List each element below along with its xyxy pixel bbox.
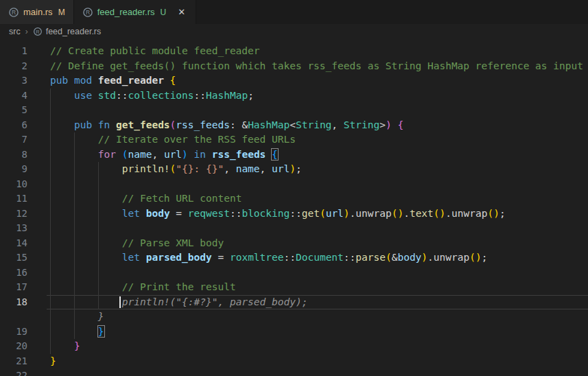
indent-guide: [98, 221, 99, 236]
code-text: }: [50, 339, 80, 354]
code-line-19[interactable]: 19 }: [0, 325, 588, 340]
code-line-20[interactable]: 20 }: [0, 339, 588, 354]
line-number[interactable]: 16: [0, 266, 27, 281]
code-text: let body = reqwest::blocking::get(url).u…: [50, 207, 506, 222]
line-number[interactable]: 21: [0, 354, 27, 369]
line-number[interactable]: 13: [0, 221, 27, 236]
indent-guide: [74, 266, 75, 281]
vscode-window: Rmain.rsMRfeed_reader.rsU✕ src › R feed_…: [0, 0, 588, 376]
code-line-4[interactable]: 4 use std::collections::HashMap;: [0, 89, 588, 104]
code-line-15[interactable]: 15 let parsed_body = roxmltree::Document…: [0, 250, 588, 266]
line-number[interactable]: 4: [0, 89, 27, 104]
code-line-5[interactable]: 5: [0, 103, 588, 118]
tab-label: feed_reader.rs: [97, 7, 155, 17]
code-line-18[interactable]: 18 println!("{:#?}", parsed_body);: [0, 295, 588, 310]
code-editor[interactable]: 1// Create public module feed_reader2// …: [0, 39, 588, 376]
code-line-8[interactable]: 8 for (name, url) in rss_feeds {: [0, 148, 588, 163]
tab-bar-empty-space: [196, 0, 588, 24]
code-line-1[interactable]: 1// Create public module feed_reader: [0, 44, 588, 59]
tab-feed_reader-rs[interactable]: Rfeed_reader.rsU✕: [74, 0, 196, 24]
line-number[interactable]: 17: [0, 280, 27, 295]
code-line-16[interactable]: 16: [0, 266, 588, 281]
svg-text:R: R: [86, 9, 90, 16]
code-line-17[interactable]: 17 // Print the result: [0, 280, 588, 295]
code-text: let parsed_body = roxmltree::Document::p…: [50, 250, 487, 266]
line-number[interactable]: 9: [0, 162, 27, 177]
indent-guide: [98, 177, 99, 192]
code-text: println!("{}: {}", name, url);: [50, 162, 302, 177]
chevron-right-icon: ›: [25, 27, 28, 36]
line-number[interactable]: 12: [0, 207, 27, 222]
git-status-badge: M: [58, 8, 65, 17]
ghost-suggestion-line[interactable]: }: [0, 309, 588, 325]
git-status-badge: U: [160, 8, 166, 17]
indent-guide: [98, 266, 99, 281]
code-line-11[interactable]: 11 // Fetch URL content: [0, 191, 588, 207]
code-text: }: [50, 325, 104, 340]
code-line-9[interactable]: 9 println!("{}: {}", name, url);: [0, 162, 588, 177]
code-line-22[interactable]: 22: [0, 368, 588, 376]
breadcrumb-folder[interactable]: src: [9, 27, 21, 36]
svg-text:R: R: [36, 29, 40, 35]
code-line-3[interactable]: 3pub mod feed_reader {: [0, 73, 588, 89]
line-number[interactable]: 7: [0, 132, 27, 148]
breadcrumb: src › R feed_reader.rs: [0, 24, 588, 39]
close-icon[interactable]: ✕: [176, 6, 187, 18]
code-text: for (name, url) in rss_feeds {: [50, 148, 278, 163]
indent-guide: [50, 221, 51, 236]
line-number[interactable]: 20: [0, 339, 27, 354]
code-line-21[interactable]: 21}: [0, 354, 588, 369]
code-text: println!("{:#?}", parsed_body);: [50, 295, 307, 310]
code-text: pub mod feed_reader {: [50, 73, 176, 89]
line-number[interactable]: 18: [0, 295, 27, 310]
code-line-10[interactable]: 10: [0, 177, 588, 192]
code-line-13[interactable]: 13: [0, 221, 588, 236]
line-number[interactable]: 6: [0, 118, 27, 133]
line-number[interactable]: 5: [0, 103, 27, 118]
code-line-12[interactable]: 12 let body = reqwest::blocking::get(url…: [0, 207, 588, 222]
code-line-7[interactable]: 7 // Iterate over the RSS feed URLs: [0, 132, 588, 148]
code-line-6[interactable]: 6 pub fn get_feeds(rss_feeds: &HashMap<S…: [0, 118, 588, 133]
line-number[interactable]: 22: [0, 368, 27, 376]
tab-label: main.rs: [23, 7, 53, 17]
line-number[interactable]: 15: [0, 250, 27, 266]
code-line-14[interactable]: 14 // Parse XML body: [0, 236, 588, 251]
indent-guide: [50, 177, 51, 192]
rust-icon: R: [33, 27, 43, 36]
text-cursor: [119, 296, 121, 309]
code-text: // Print the result: [50, 280, 236, 295]
svg-text:R: R: [12, 9, 16, 16]
code-text: // Define get_feeds() function which tak…: [50, 59, 583, 74]
line-number[interactable]: 1: [0, 44, 27, 59]
code-text: pub fn get_feeds(rss_feeds: &HashMap<Str…: [50, 118, 403, 133]
code-text: use std::collections::HashMap;: [50, 89, 254, 104]
line-number[interactable]: 3: [0, 73, 27, 89]
line-number[interactable]: 2: [0, 59, 27, 74]
rust-icon: R: [82, 7, 93, 18]
code-text: }: [50, 309, 104, 325]
line-number[interactable]: 10: [0, 177, 27, 192]
line-number[interactable]: 14: [0, 236, 27, 251]
code-text: // Create public module feed_reader: [50, 44, 260, 59]
code-text: // Parse XML body: [50, 236, 224, 251]
indent-guide: [50, 103, 51, 118]
line-number[interactable]: 19: [0, 325, 27, 340]
code-text: }: [50, 354, 56, 369]
code-text: // Iterate over the RSS feed URLs: [50, 132, 296, 148]
breadcrumb-file[interactable]: feed_reader.rs: [46, 27, 102, 36]
tab-main-rs[interactable]: Rmain.rsM: [0, 0, 74, 24]
indent-guide: [50, 266, 51, 281]
editor-tab-bar: Rmain.rsMRfeed_reader.rsU✕: [0, 0, 588, 24]
indent-guide: [74, 177, 75, 192]
line-number[interactable]: 11: [0, 191, 27, 207]
rust-icon: R: [8, 7, 19, 18]
indent-guide: [74, 221, 75, 236]
line-number[interactable]: 8: [0, 148, 27, 163]
code-text: // Fetch URL content: [50, 191, 242, 207]
code-line-2[interactable]: 2// Define get_feeds() function which ta…: [0, 59, 588, 74]
